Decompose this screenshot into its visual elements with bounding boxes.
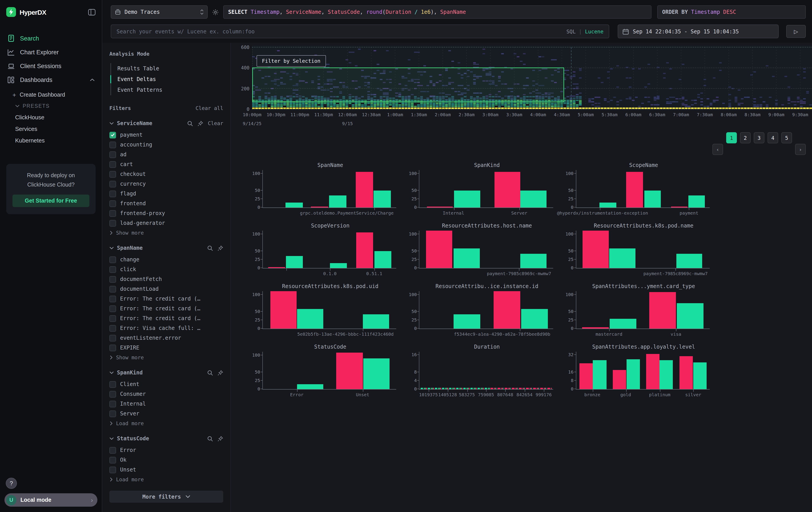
filter-option-payment[interactable]: payment — [109, 130, 223, 140]
more-filters-button[interactable]: More filters — [109, 491, 223, 503]
checkbox[interactable] — [109, 410, 116, 417]
sql-mode-toggle[interactable]: SQL — [566, 28, 576, 34]
sidebar-item-services[interactable]: Services — [0, 123, 102, 134]
filter-option-server[interactable]: Server — [109, 409, 223, 419]
filter-option-consumer[interactable]: Consumer — [109, 389, 223, 399]
checkbox[interactable] — [109, 305, 116, 312]
checkbox[interactable] — [109, 276, 116, 282]
checkbox[interactable] — [109, 151, 116, 158]
sidebar-item-dashboards[interactable]: Dashboards — [0, 73, 102, 87]
filter-option-checkout[interactable]: checkout — [109, 169, 223, 179]
filter-option-error-the-credit-card[interactable]: Error: The credit card (… — [109, 314, 223, 323]
filter-option-cart[interactable]: cart — [109, 159, 223, 169]
sidebar-item-kubernetes[interactable]: Kubernetes — [0, 134, 102, 146]
filter-option-internal[interactable]: Internal — [109, 399, 223, 409]
pin-icon[interactable] — [198, 120, 203, 126]
clear-group-button[interactable]: Clear — [208, 120, 223, 127]
checkbox[interactable] — [109, 401, 116, 407]
pagination-page-5[interactable]: 5 — [781, 132, 792, 143]
checkbox[interactable] — [109, 190, 116, 197]
analysis-mode-event-deltas[interactable]: Event Deltas — [111, 74, 223, 85]
filter-group-header-spanname[interactable]: SpanName — [109, 245, 223, 251]
filter-option-click[interactable]: click — [109, 265, 223, 274]
checkbox[interactable] — [109, 220, 116, 226]
search-icon[interactable] — [207, 370, 213, 376]
analysis-mode-event-patterns[interactable]: Event Patterns — [111, 85, 223, 95]
date-range-picker[interactable]: Sep 14 22:04:35 - Sep 15 10:04:35 — [618, 25, 779, 38]
pagination-page-1[interactable]: 1 — [726, 132, 737, 143]
checkbox[interactable] — [109, 447, 116, 454]
checkbox[interactable] — [109, 171, 116, 178]
filter-option-unset[interactable]: Unset — [109, 465, 223, 475]
checkbox[interactable] — [109, 457, 116, 463]
filter-option-load-generator[interactable]: load-generator — [109, 218, 223, 228]
filter-option-documentload[interactable]: documentLoad — [109, 284, 223, 294]
load-more-button[interactable]: Load more — [109, 475, 223, 483]
checkbox[interactable] — [109, 315, 116, 322]
checkbox[interactable] — [109, 381, 116, 387]
filter-option-client[interactable]: Client — [109, 379, 223, 389]
sidebar-item-chart-explorer[interactable]: Chart Explorer — [0, 46, 102, 59]
run-query-button[interactable]: ▷ — [786, 25, 806, 38]
presets-toggle[interactable]: PRESETS — [0, 101, 102, 111]
sidebar-item-client-sessions[interactable]: Client Sessions — [0, 59, 102, 73]
filter-option-change[interactable]: change — [109, 255, 223, 265]
pagination-page-2[interactable]: 2 — [740, 132, 751, 143]
gear-icon[interactable] — [212, 9, 219, 16]
filter-option-currency[interactable]: currency — [109, 179, 223, 189]
pagination-page-3[interactable]: 3 — [754, 132, 764, 143]
checkbox[interactable] — [109, 466, 116, 473]
order-by-input[interactable]: ORDER BY Timestamp DESC — [657, 5, 806, 19]
show-more-button[interactable]: Show more — [109, 228, 223, 236]
checkbox[interactable] — [109, 286, 116, 292]
pin-icon[interactable] — [218, 245, 223, 251]
pin-icon[interactable] — [218, 370, 223, 376]
sidebar-item-search[interactable]: Search — [0, 31, 102, 46]
help-button[interactable]: ? — [6, 478, 17, 489]
filter-option-ok[interactable]: Ok — [109, 455, 223, 465]
checkbox[interactable] — [109, 344, 116, 351]
pagination-next[interactable]: › — [795, 144, 806, 155]
filter-option-ad[interactable]: ad — [109, 150, 223, 159]
checkbox[interactable] — [109, 210, 116, 217]
pagination-prev[interactable]: ‹ — [713, 144, 723, 155]
filter-option-flagd[interactable]: flagd — [109, 189, 223, 198]
analysis-mode-results-table[interactable]: Results Table — [111, 63, 223, 74]
checkbox[interactable] — [109, 266, 116, 273]
checkbox[interactable] — [109, 391, 116, 397]
search-icon[interactable] — [207, 436, 213, 441]
filter-option-eventlistener-error[interactable]: eventListener.error — [109, 333, 223, 343]
checkbox[interactable] — [109, 256, 116, 263]
checkbox[interactable] — [109, 325, 116, 331]
filter-option-frontend-proxy[interactable]: frontend-proxy — [109, 208, 223, 218]
checkbox[interactable] — [109, 295, 116, 302]
collapse-sidebar-icon[interactable] — [88, 9, 96, 16]
checkbox[interactable] — [109, 161, 116, 168]
sidebar-item-clickhouse[interactable]: ClickHouse — [0, 111, 102, 123]
filter-group-header-servicename[interactable]: ServiceNameClear — [109, 120, 223, 127]
local-mode-button[interactable]: U Local mode › — [4, 493, 97, 507]
sql-select-input[interactable]: SELECT Timestamp, ServiceName, StatusCod… — [223, 5, 651, 19]
load-more-button[interactable]: Load more — [109, 419, 223, 427]
filter-by-selection-button[interactable]: Filter by Selection — [257, 55, 326, 67]
filter-option-documentfetch[interactable]: documentFetch — [109, 274, 223, 284]
checkbox[interactable] — [109, 141, 116, 148]
filter-option-expire[interactable]: EXPIRE — [109, 343, 223, 353]
filter-option-error-the-credit-card[interactable]: Error: The credit card (… — [109, 294, 223, 304]
checkbox[interactable] — [109, 200, 116, 207]
source-select[interactable]: Demo Traces — [111, 5, 208, 19]
pagination-page-4[interactable]: 4 — [767, 132, 778, 143]
checkbox[interactable] — [109, 132, 116, 138]
filter-option-error-the-credit-card[interactable]: Error: The credit card (… — [109, 304, 223, 314]
heatmap-canvas[interactable] — [252, 46, 812, 110]
filter-group-header-statuscode[interactable]: StatusCode — [109, 435, 223, 442]
filter-option-error[interactable]: Error — [109, 445, 223, 455]
checkbox[interactable] — [109, 181, 116, 187]
create-dashboard-button[interactable]: + Create Dashboard — [0, 89, 102, 101]
checkbox[interactable] — [109, 334, 116, 341]
get-started-button[interactable]: Get Started for Free — [12, 195, 89, 207]
clear-all-button[interactable]: Clear all — [196, 105, 223, 111]
lucene-mode-toggle[interactable]: Lucene — [585, 28, 604, 34]
filter-group-header-spankind[interactable]: SpanKind — [109, 370, 223, 376]
show-more-button[interactable]: Show more — [109, 353, 223, 360]
